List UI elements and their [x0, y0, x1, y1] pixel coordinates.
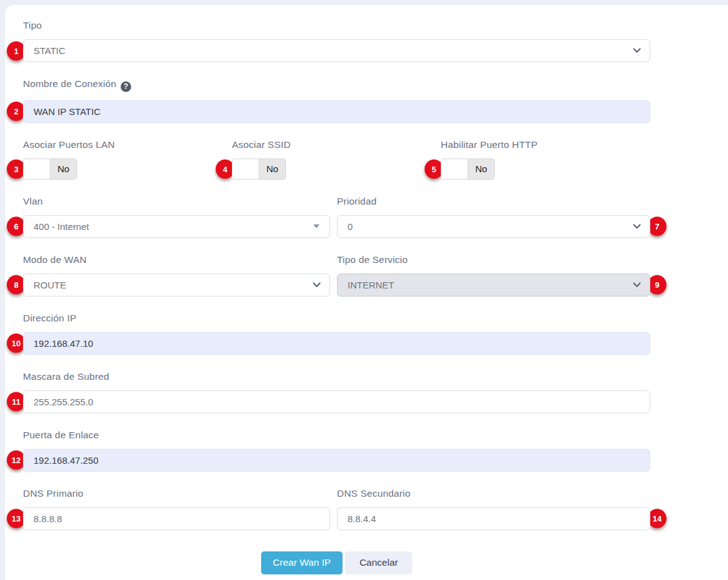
- toggle-state-label: No: [468, 159, 494, 179]
- tipo-servicio-control-wrap: 9 INTERNET: [337, 274, 650, 297]
- asociar-puertos-lan-label: Asociar Puertos LAN: [23, 139, 232, 150]
- toggle-knob: [233, 159, 259, 179]
- vlan-label: Vlan: [23, 196, 330, 207]
- vlan-prioridad-row: Vlan 6 400 - Internet Prioridad 7 0: [23, 196, 650, 238]
- vlan-select[interactable]: 400 - Internet: [23, 215, 330, 238]
- field-group-habilitar-puerto-http: Habilitar Puerto HTTP 5 No: [441, 139, 650, 180]
- field-group-direccion-ip: Dirección IP 10: [23, 313, 650, 355]
- tipo-servicio-label: Tipo de Servicio: [337, 254, 650, 265]
- prioridad-select-value: 0: [348, 221, 352, 232]
- field-group-prioridad: Prioridad 7 0: [337, 196, 650, 238]
- nombre-conexion-label: Nombre de Conexión?: [23, 78, 650, 92]
- toggles-row: Asociar Puertos LAN 3 No Asociar SSID 4 …: [23, 139, 650, 180]
- step-badge-9: 9: [648, 275, 666, 295]
- modo-wan-select-value: ROUTE: [34, 280, 67, 290]
- tipo-select-value: STATIC: [34, 45, 65, 56]
- toggle-knob: [24, 159, 50, 179]
- cancelar-button[interactable]: Cancelar: [345, 551, 412, 574]
- chevron-down-icon: [313, 282, 321, 288]
- field-group-dns-primario: DNS Primario 13: [23, 488, 330, 530]
- puerta-enlace-input[interactable]: [23, 449, 650, 472]
- tipo-servicio-select: INTERNET: [337, 274, 650, 297]
- direccion-ip-label: Dirección IP: [23, 313, 650, 324]
- form-actions: Crear Wan IP Cancelar: [23, 551, 650, 574]
- mascara-subred-label: Mascara de Subred: [23, 371, 650, 382]
- field-group-tipo-servicio: Tipo de Servicio 9 INTERNET: [337, 254, 650, 297]
- modo-wan-select[interactable]: ROUTE: [23, 274, 330, 297]
- step-badge-14: 14: [648, 509, 666, 528]
- asociar-ssid-toggle[interactable]: No: [232, 159, 286, 180]
- mascara-subred-control-wrap: 11: [23, 390, 650, 413]
- habilitar-puerto-http-label: Habilitar Puerto HTTP: [441, 139, 650, 150]
- dns-primario-input[interactable]: [23, 507, 330, 530]
- toggle-knob: [441, 159, 468, 179]
- habilitar-puerto-http-toggle[interactable]: No: [441, 159, 495, 180]
- chevron-down-icon: [633, 224, 641, 229]
- crear-wan-ip-button[interactable]: Crear Wan IP: [261, 551, 343, 574]
- asociar-ssid-wrap: 4 No: [232, 159, 286, 180]
- dns-secundario-input[interactable]: [337, 507, 650, 530]
- dns-primario-label: DNS Primario: [23, 488, 330, 499]
- wan-ip-form-card: Tipo 1 STATIC Nombre de Conexión? 2 Asoc…: [5, 5, 728, 580]
- asociar-ssid-label: Asociar SSID: [232, 139, 441, 150]
- direccion-ip-control-wrap: 10: [23, 332, 650, 355]
- dns-secundario-control-wrap: 14: [337, 507, 650, 530]
- nombre-conexion-control-wrap: 2: [23, 100, 650, 123]
- field-group-mascara-subred: Mascara de Subred 11: [23, 371, 650, 413]
- field-group-tipo: Tipo 1 STATIC: [23, 20, 650, 62]
- field-group-puerta-enlace: Puerta de Enlace 12: [23, 430, 650, 472]
- modo-servicio-row: Modo de WAN 8 ROUTE Tipo de Servicio 9 I…: [23, 254, 650, 297]
- puerta-enlace-label: Puerta de Enlace: [23, 430, 650, 441]
- puerta-enlace-control-wrap: 12: [23, 449, 650, 472]
- field-group-asociar-puertos-lan: Asociar Puertos LAN 3 No: [23, 139, 232, 180]
- field-group-nombre-conexion: Nombre de Conexión? 2: [23, 78, 650, 123]
- dns-row: DNS Primario 13 DNS Secundario 14: [23, 488, 650, 530]
- tipo-label: Tipo: [23, 20, 650, 31]
- vlan-select-value: 400 - Internet: [34, 221, 89, 232]
- prioridad-select[interactable]: 0: [337, 215, 650, 238]
- nombre-conexion-input[interactable]: [23, 100, 650, 123]
- asociar-puertos-lan-wrap: 3 No: [23, 159, 77, 180]
- mascara-subred-input[interactable]: [23, 390, 650, 413]
- field-group-modo-wan: Modo de WAN 8 ROUTE: [23, 254, 330, 297]
- toggle-state-label: No: [259, 159, 285, 179]
- tipo-servicio-select-value: INTERNET: [348, 280, 394, 290]
- prioridad-label: Prioridad: [337, 196, 650, 207]
- modo-wan-label: Modo de WAN: [23, 254, 330, 265]
- direccion-ip-input[interactable]: [23, 332, 650, 355]
- tipo-select[interactable]: STATIC: [23, 39, 650, 62]
- field-group-asociar-ssid: Asociar SSID 4 No: [232, 139, 441, 180]
- field-group-vlan: Vlan 6 400 - Internet: [23, 196, 330, 238]
- dns-secundario-label: DNS Secundario: [337, 488, 650, 499]
- chevron-down-icon: [633, 48, 641, 53]
- habilitar-puerto-http-wrap: 5 No: [441, 159, 495, 180]
- nombre-conexion-label-text: Nombre de Conexión: [23, 78, 116, 89]
- toggle-state-label: No: [50, 159, 76, 179]
- caret-down-icon: [313, 224, 320, 228]
- field-group-dns-secundario: DNS Secundario 14: [337, 488, 650, 530]
- modo-wan-control-wrap: 8 ROUTE: [23, 274, 330, 297]
- help-icon[interactable]: ?: [121, 81, 131, 92]
- dns-primario-control-wrap: 13: [23, 507, 330, 530]
- vlan-control-wrap: 6 400 - Internet: [23, 215, 330, 238]
- step-badge-7: 7: [648, 217, 666, 236]
- prioridad-control-wrap: 7 0: [337, 215, 650, 238]
- chevron-down-icon: [633, 282, 641, 288]
- asociar-puertos-lan-toggle[interactable]: No: [23, 159, 77, 180]
- tipo-control-wrap: 1 STATIC: [23, 39, 650, 62]
